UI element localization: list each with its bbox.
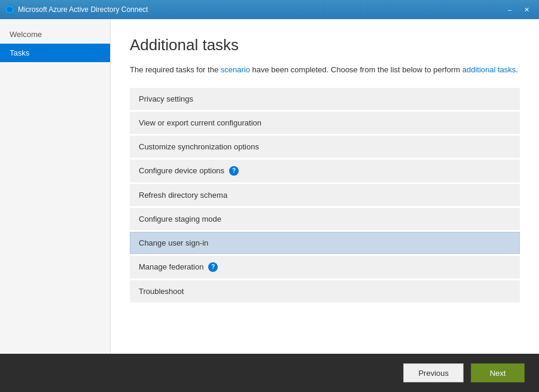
manage-federation-help-icon[interactable]: ? bbox=[208, 262, 218, 272]
main-window: Welcome Tasks Additional tasks The requi… bbox=[0, 19, 539, 392]
task-refresh-schema[interactable]: Refresh directory schema bbox=[130, 184, 520, 206]
previous-button[interactable]: Previous bbox=[403, 363, 464, 382]
task-view-export[interactable]: View or export current configuration bbox=[130, 112, 520, 134]
title-bar: Microsoft Azure Active Directory Connect… bbox=[0, 0, 539, 19]
highlight-additional: additional tasks bbox=[462, 65, 516, 74]
page-title: Additional tasks bbox=[130, 36, 520, 54]
task-manage-federation[interactable]: Manage federation ? bbox=[130, 256, 520, 278]
footer: Previous Next bbox=[0, 354, 539, 392]
task-list: Privacy settings View or export current … bbox=[130, 88, 520, 302]
sidebar-item-tasks[interactable]: Tasks bbox=[0, 44, 110, 62]
page-description: The required tasks for the scenario have… bbox=[130, 64, 520, 76]
main-content: Additional tasks The required tasks for … bbox=[111, 19, 539, 354]
task-configure-staging[interactable]: Configure staging mode bbox=[130, 208, 520, 230]
highlight-scenario: scenario bbox=[221, 65, 250, 74]
configure-device-help-icon[interactable]: ? bbox=[229, 166, 239, 176]
content-area: Welcome Tasks Additional tasks The requi… bbox=[0, 19, 539, 354]
window-controls: – ✕ bbox=[502, 4, 534, 16]
task-privacy-settings[interactable]: Privacy settings bbox=[130, 88, 520, 110]
sidebar: Welcome Tasks bbox=[0, 19, 111, 354]
task-customize-sync[interactable]: Customize synchronization options bbox=[130, 136, 520, 158]
sidebar-item-welcome[interactable]: Welcome bbox=[0, 25, 110, 44]
window-title: Microsoft Azure Active Directory Connect bbox=[18, 5, 502, 14]
task-change-signin[interactable]: Change user sign-in bbox=[130, 232, 520, 254]
minimize-button[interactable]: – bbox=[502, 4, 517, 16]
close-button[interactable]: ✕ bbox=[519, 4, 534, 16]
task-configure-device[interactable]: Configure device options ? bbox=[130, 160, 520, 182]
next-button[interactable]: Next bbox=[471, 363, 525, 382]
task-troubleshoot[interactable]: Troubleshoot bbox=[130, 280, 520, 302]
app-icon bbox=[5, 5, 14, 14]
